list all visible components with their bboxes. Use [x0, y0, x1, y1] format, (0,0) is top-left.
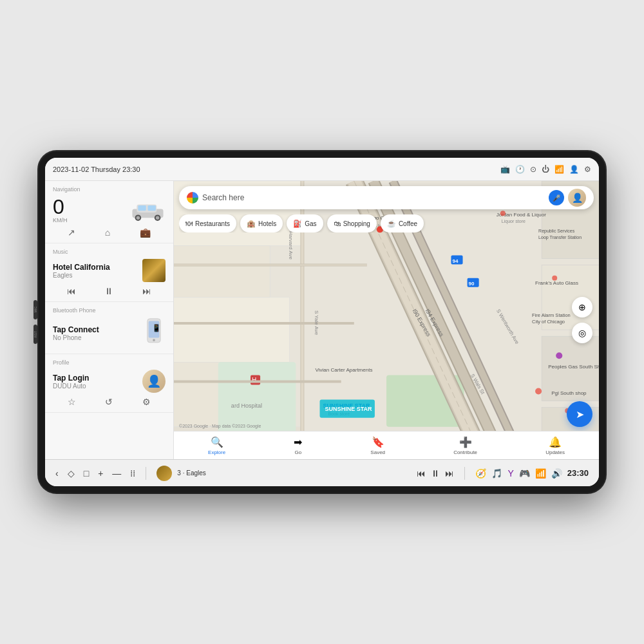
side-buttons: MIC RST [33, 300, 37, 344]
category-gas[interactable]: ⛽ Gas [287, 214, 323, 232]
bluetooth-content: Tap Connect No Phone 📱 [53, 317, 166, 348]
status-icons: 📺 🕐 ⊙ ⏻ 📶 👤 ⚙ [500, 165, 591, 174]
add-button[interactable]: + [98, 468, 103, 478]
status-datetime: 2023-11-02 Thursday 23:30 [53, 166, 500, 173]
mic-label: MIC [33, 307, 37, 312]
shopping-label: Shopping [343, 220, 370, 227]
apps-button[interactable]: ⁞⁞ [130, 468, 135, 478]
updates-label: Updates [545, 450, 565, 455]
music-info: Hotel California Eagles [53, 263, 137, 279]
svg-point-7 [156, 216, 160, 220]
search-box[interactable]: Search here 🎤 👤 [179, 186, 594, 209]
prev-track-icon[interactable]: ⏮ [67, 286, 76, 296]
profile-content: Tap Login DUDU Auto 👤 [53, 370, 166, 393]
back-button[interactable]: ‹ [55, 468, 59, 478]
map-bottom-bar: 🔍 Explore ➡ Go 🔖 Saved ➕ Contribute [174, 431, 599, 459]
mic-search-button[interactable]: 🎤 [549, 190, 564, 205]
refresh-icon[interactable]: ↺ [105, 397, 113, 407]
overview-button[interactable]: □ [84, 468, 89, 478]
svg-text:Pgl South shop: Pgl South shop [551, 390, 587, 396]
home-button[interactable]: ◇ [68, 468, 75, 478]
music-content: Hotel California Eagles [53, 259, 166, 282]
svg-rect-2 [138, 205, 146, 210]
favorites-icon[interactable]: ☆ [68, 397, 76, 407]
location-button[interactable]: ◎ [572, 323, 592, 343]
updates-icon: 🔔 [549, 436, 562, 448]
svg-point-60 [552, 276, 557, 281]
category-coffee[interactable]: ☕ Coffee [381, 214, 424, 232]
yahoo-icon: Y [507, 468, 513, 478]
bluetooth-title[interactable]: Tap Connect [53, 325, 137, 334]
map-area[interactable]: ard Hospital H [174, 181, 599, 459]
nav-home-icon[interactable]: ⌂ [105, 227, 110, 238]
bluetooth-info: Tap Connect No Phone [53, 325, 137, 341]
icon-power: ⏻ [542, 165, 549, 174]
separator-2 [464, 467, 465, 480]
next-track-icon[interactable]: ⏭ [142, 286, 151, 296]
svg-rect-14 [174, 245, 270, 297]
car-icon [130, 199, 166, 222]
map-nav-updates[interactable]: 🔔 Updates [545, 436, 565, 455]
phone-icon: 📱 [144, 317, 164, 348]
svg-text:ard Hospital: ard Hospital [231, 402, 262, 409]
svg-text:Frank's Auto Glass: Frank's Auto Glass [535, 280, 578, 286]
pause-icon[interactable]: ⏸ [104, 286, 113, 296]
icon-gear: ⚙ [584, 165, 591, 174]
taskbar-time: 23:30 [567, 468, 589, 478]
svg-point-10 [153, 339, 155, 341]
svg-text:Loop Transfer Station: Loop Transfer Station [538, 235, 582, 240]
go-label: Go [294, 450, 301, 455]
user-avatar-button[interactable]: 👤 [568, 189, 586, 207]
volume-icon: 🔊 [551, 468, 562, 478]
speed-value: 0 [53, 196, 125, 217]
game-icon: 🎮 [519, 468, 530, 478]
map-controls[interactable]: ⊕ ◎ [572, 297, 592, 343]
music-controls[interactable]: ⏮ ⏸ ⏭ [53, 286, 166, 296]
tb-play-icon[interactable]: ⏸ [431, 468, 440, 478]
map-nav-go[interactable]: ➡ Go [294, 436, 302, 455]
map-copyright: ©2023 Google · Map data ©2023 Google [179, 424, 261, 428]
svg-text:SUNSHINE STAR: SUNSHINE STAR [325, 406, 373, 412]
svg-point-61 [535, 388, 542, 394]
map-search-bar[interactable]: Search here 🎤 👤 [179, 186, 594, 209]
svg-text:City of Chicago: City of Chicago [532, 319, 565, 325]
nav-content: 0 KM/H [53, 196, 166, 223]
taskbar-song: 3 · Eagles [177, 469, 205, 477]
shopping-icon: 🛍 [334, 220, 341, 227]
wifi-taskbar-icon: 📶 [535, 468, 546, 478]
layers-button[interactable]: ⊕ [572, 297, 592, 317]
phone-icon-container: 📱 [142, 317, 166, 348]
sidebar: Navigation 0 KM/H [45, 181, 174, 459]
music-thumbnail [142, 259, 166, 282]
navigation-fab[interactable]: ➤ [567, 401, 592, 427]
profile-name[interactable]: Tap Login [53, 374, 137, 383]
map-nav-saved[interactable]: 🔖 Saved [370, 436, 385, 455]
map-nav-explore[interactable]: 🔍 Explore [208, 436, 225, 455]
profile-controls[interactable]: ☆ ↺ ⚙ [53, 397, 166, 407]
contribute-icon: ➕ [459, 436, 472, 448]
svg-text:90: 90 [469, 281, 475, 287]
map-categories[interactable]: 🍽 Restaurants 🏨 Hotels ⛽ Gas 🛍 Shopping [179, 214, 594, 232]
category-shopping[interactable]: 🛍 Shopping [327, 214, 377, 232]
icon-clock: 🕐 [515, 165, 525, 174]
map-nav-contribute[interactable]: ➕ Contribute [453, 436, 477, 455]
nav-work-icon[interactable]: 💼 [140, 227, 151, 238]
coffee-label: Coffee [399, 220, 417, 227]
category-restaurants[interactable]: 🍽 Restaurants [179, 214, 236, 232]
settings-icon[interactable]: ⚙ [142, 397, 151, 407]
taskbar-controls[interactable]: ⏮ ⏸ ⏭ [417, 468, 454, 478]
gas-icon: ⛽ [293, 220, 302, 228]
minus-button[interactable]: — [112, 468, 121, 478]
tb-next-icon[interactable]: ⏭ [445, 468, 454, 478]
bluetooth-section: Bluetooth Phone Tap Connect No Phone 📱 [45, 302, 173, 354]
svg-rect-15 [174, 298, 289, 362]
svg-text:Vivian Carter Apartments: Vivian Carter Apartments [315, 367, 372, 373]
nav-controls[interactable]: ↗ ⌂ 💼 [53, 227, 166, 238]
nav-arrow-icon[interactable]: ↗ [68, 227, 75, 238]
music-artist: Eagles [53, 272, 137, 279]
rst-button[interactable]: RST [33, 325, 37, 344]
icon-wifi: 📶 [554, 165, 564, 174]
mic-button[interactable]: MIC [33, 300, 37, 319]
tb-prev-icon[interactable]: ⏮ [417, 468, 426, 478]
category-hotels[interactable]: 🏨 Hotels [240, 214, 283, 232]
